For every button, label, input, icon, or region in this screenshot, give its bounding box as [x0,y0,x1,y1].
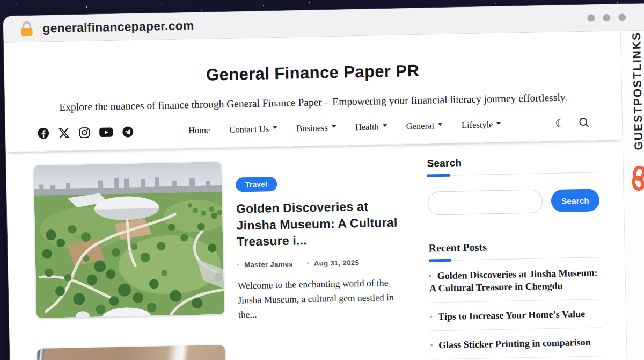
search-widget: Search Search [427,154,599,215]
nav-item-business[interactable]: Business [296,122,336,133]
post-list: Travel Golden Discoveries at Jinsha Muse… [33,158,412,360]
browser-window: generalfinancepaper.com General Finance … [3,3,644,360]
second-post-card [37,341,412,360]
search-icon[interactable] [579,117,590,128]
bullet-icon [430,344,433,347]
recent-post-link[interactable]: Glass Sticker Printing in comparison [430,328,603,359]
search-button[interactable]: Search [551,189,600,212]
chevron-down-icon [383,124,387,129]
guestpostlinks-banner-text: GUESTPOSTLINKS [630,32,644,150]
post-excerpt: Welcome to the enchanting world of the J… [238,275,411,322]
nav-item-contact-us[interactable]: Contact Us [229,124,277,135]
window-control-dot[interactable] [587,14,595,21]
address-bar-url[interactable]: generalfinancepaper.com [42,18,194,36]
recent-posts-widget: Recent Posts Golden Discoveries at Jinsh… [428,239,602,359]
social-links [36,125,134,140]
site-content: General Finance Paper PR Explore the nua… [4,31,628,360]
window-control-dot[interactable] [603,13,610,21]
main-nav: Home Contact Us Business Health General … [134,118,555,136]
instagram-icon[interactable] [78,126,91,139]
nav-item-general[interactable]: General [406,120,443,132]
moon-icon[interactable]: ☾ [555,117,566,129]
second-post-image[interactable] [37,345,226,360]
lock-icon [19,20,34,38]
search-widget-heading: Search [427,154,598,169]
recent-posts-list: Golden Discoveries at Jinsha Museum: A C… [429,258,602,359]
site-title[interactable]: General Finance Paper PR [4,57,621,89]
x-twitter-icon[interactable] [58,127,70,139]
facebook-icon[interactable] [36,126,50,140]
telegram-icon[interactable] [121,125,134,138]
chevron-down-icon [332,125,336,129]
category-badge[interactable]: Travel [236,177,277,192]
search-input[interactable] [428,189,543,215]
site-tagline: Explore the nuances of finance through G… [5,91,621,114]
guestpostlinks-chain-icon [630,166,644,195]
nav-item-home[interactable]: Home [188,125,210,136]
post-date: Aug 31, 2025 [307,258,360,268]
sidebar: Search Search Recent Posts Golden Discov… [427,154,604,360]
post-title[interactable]: Golden Discoveries at Jinsha Museum: A C… [236,197,409,250]
recent-post-link[interactable]: Golden Discoveries at Jinsha Museum: A C… [429,258,601,303]
bullet-icon [430,316,432,318]
starfield-background [0,0,1,1]
chevron-down-icon [273,126,277,131]
youtube-icon[interactable] [99,126,113,139]
header-controls: ☾ [555,117,590,129]
nav-item-lifestyle[interactable]: Lifestyle [462,119,501,130]
bullet-icon [429,275,431,277]
featured-post-card: Travel Golden Discoveries at Jinsha Muse… [33,158,410,326]
post-author[interactable]: Master James [237,260,293,269]
featured-post-image[interactable] [33,162,224,318]
chevron-down-icon [438,123,442,128]
chevron-down-icon [496,121,501,126]
featured-post-body: Travel Golden Discoveries at Jinsha Muse… [235,158,410,322]
recent-post-link[interactable]: Tips to Increase Your Home’s Value [430,299,602,331]
widget-heading-rule [427,172,599,176]
window-controls [587,13,626,21]
window-control-dot[interactable] [618,13,626,21]
post-meta: Master James Aug 31, 2025 [237,257,409,269]
nav-item-health[interactable]: Health [355,121,387,133]
recent-posts-heading: Recent Posts [428,239,600,254]
